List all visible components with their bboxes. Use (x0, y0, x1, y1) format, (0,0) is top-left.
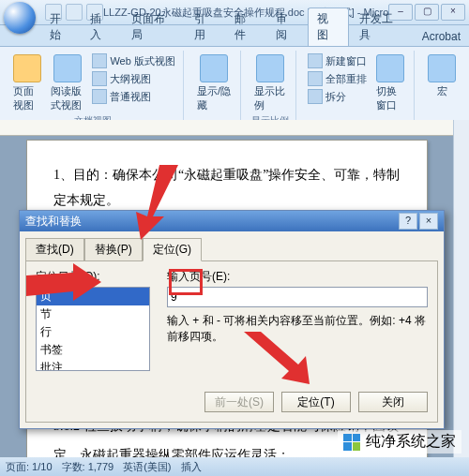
tab-insert[interactable]: 插入 (82, 8, 120, 46)
ribbon: 页面视图 阅读版式视图 Web 版式视图 大纲视图 普通视图 文档视图 显示/隐… (0, 47, 469, 130)
watermark: 纯净系统之家 (338, 430, 461, 454)
zoom-button[interactable]: 显示比例 (250, 52, 290, 114)
status-language[interactable]: 英语(美国) (123, 460, 171, 474)
status-page[interactable]: 页面: 1/10 (6, 460, 53, 474)
split-button[interactable]: 拆分 (306, 88, 369, 105)
group-window: 新建窗口 全部重排 拆分 切换窗口 (300, 51, 415, 126)
watermark-logo-icon (343, 434, 360, 451)
list-item[interactable]: 行 (37, 323, 149, 341)
list-item[interactable]: 节 (37, 305, 149, 323)
close-button[interactable]: × (441, 4, 465, 21)
find-replace-dialog: 查找和替换 ? × 查找(D) 替换(P) 定位(G) 定位目标(O): 页 节… (19, 210, 445, 429)
dialog-tabs: 查找(D) 替换(P) 定位(G) (20, 231, 444, 260)
tab-page-layout[interactable]: 页面布局 (123, 8, 184, 46)
dialog-tab-find[interactable]: 查找(D) (25, 238, 84, 261)
macros-button[interactable]: 宏 (424, 52, 460, 100)
draft-button[interactable]: 普通视图 (90, 88, 176, 105)
goto-hint: 输入 + 和 - 可将相关内容移至当前位置。例如: +4 将前移四项。 (167, 313, 428, 345)
app-window: { "title": "LLZZ-GD-20永磁起重吸盘安全操作规程.doc [… (0, 0, 469, 476)
tab-references[interactable]: 引用 (186, 8, 224, 46)
goto-target-listbox[interactable]: 页 节 行 书签 批注 脚注 (36, 287, 150, 371)
status-word-count[interactable]: 字数: 1,779 (62, 460, 114, 474)
watermark-text: 纯净系统之家 (366, 432, 456, 452)
print-layout-button[interactable]: 页面视图 (9, 52, 45, 114)
reading-layout-button[interactable]: 阅读版式视图 (47, 52, 88, 114)
ribbon-tabs: 开始 插入 页面布局 引用 邮件 审阅 视图 开发工具 Acrobat (0, 25, 469, 47)
page-number-label: 输入页号(E): (167, 269, 428, 285)
paragraph: 1、目的：确保本公司“永磁起重吸盘”操作安全、可靠，特制定本规定。 (53, 163, 401, 213)
previous-button[interactable]: 前一处(S) (204, 392, 274, 412)
status-bar: 页面: 1/10 字数: 1,779 英语(美国) 插入 (0, 457, 469, 476)
group-show-hide: 显示/隐藏 (188, 51, 241, 126)
goto-button[interactable]: 定位(T) (281, 392, 351, 412)
list-item[interactable]: 书签 (37, 341, 149, 359)
dialog-tab-goto[interactable]: 定位(G) (143, 238, 202, 261)
tab-home[interactable]: 开始 (41, 8, 80, 46)
arrange-all-button[interactable]: 全部重排 (306, 70, 369, 87)
goto-target-label: 定位目标(O): (36, 269, 150, 285)
close-dialog-button[interactable]: 关闭 (358, 392, 428, 412)
tab-developer[interactable]: 开发工具 (351, 8, 412, 46)
dialog-title: 查找和替换 (25, 214, 82, 230)
dialog-tab-replace[interactable]: 替换(P) (84, 238, 143, 261)
web-layout-button[interactable]: Web 版式视图 (90, 52, 176, 69)
group-zoom: 显示比例 显示比例 (245, 51, 296, 126)
list-item[interactable]: 页 (37, 288, 149, 305)
tab-review[interactable]: 审阅 (267, 8, 306, 46)
dialog-titlebar[interactable]: 查找和替换 ? × (20, 211, 444, 231)
dialog-close-button[interactable]: × (419, 213, 438, 230)
dialog-help-button[interactable]: ? (399, 213, 417, 230)
group-macros: 宏 (418, 51, 465, 126)
group-document-views: 页面视图 阅读版式视图 Web 版式视图 大纲视图 普通视图 文档视图 (4, 51, 184, 126)
outline-button[interactable]: 大纲视图 (90, 70, 176, 87)
dialog-body: 定位目标(O): 页 节 行 书签 批注 脚注 输入页号(E): 输入 + 和 … (25, 260, 438, 423)
dialog-button-row: 前一处(S) 定位(T) 关闭 (36, 392, 428, 412)
switch-windows-button[interactable]: 切换窗口 (372, 52, 408, 114)
vertical-scrollbar[interactable] (453, 120, 469, 457)
status-insert-mode[interactable]: 插入 (181, 460, 202, 474)
page-number-input[interactable] (167, 287, 428, 307)
new-window-button[interactable]: 新建窗口 (306, 52, 369, 69)
maximize-button[interactable]: ▢ (415, 4, 439, 21)
tab-mailings[interactable]: 邮件 (226, 8, 265, 46)
tab-acrobat[interactable]: Acrobat (414, 27, 469, 46)
tab-view[interactable]: 视图 (308, 7, 348, 46)
horizontal-ruler[interactable] (0, 120, 454, 136)
show-hide-button[interactable]: 显示/隐藏 (193, 52, 234, 114)
list-item[interactable]: 批注 (37, 359, 149, 371)
office-button[interactable] (4, 2, 36, 34)
